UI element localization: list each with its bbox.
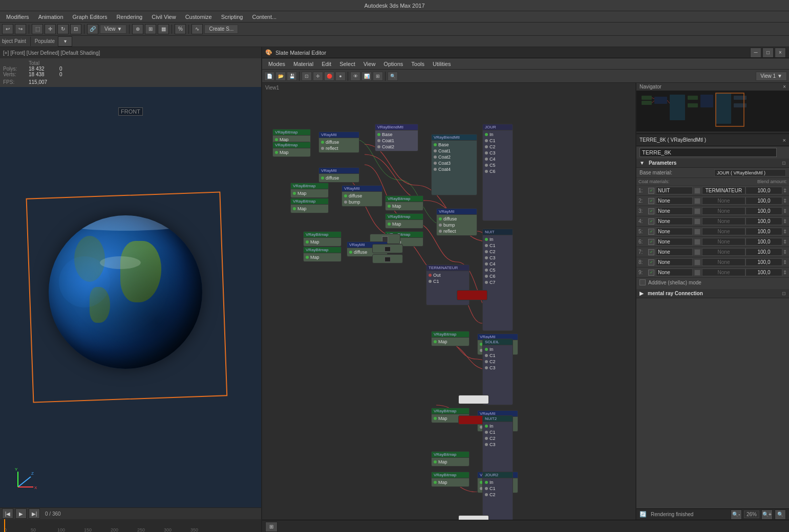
- redo-button[interactable]: ↪: [15, 24, 26, 34]
- coat-check-8[interactable]: ✓: [648, 259, 654, 265]
- menu-scripting[interactable]: Scripting: [217, 13, 247, 21]
- mat-name-input[interactable]: [639, 148, 777, 157]
- node-white-2[interactable]: [458, 515, 489, 520]
- menu-graph-editors[interactable]: Graph Editors: [69, 13, 112, 21]
- coat-blend-val-7[interactable]: 100,0: [745, 248, 782, 256]
- zoom-level-display[interactable]: 26%: [744, 511, 759, 518]
- navigator-close[interactable]: ×: [783, 84, 786, 90]
- move-button[interactable]: ✛: [45, 24, 56, 34]
- node-15[interactable]: VRayBitmap Map: [431, 331, 470, 346]
- zoom-in-btn[interactable]: 🔍+: [761, 509, 773, 520]
- coat-blend-val-2[interactable]: 100,0: [745, 197, 782, 205]
- coat-color-9[interactable]: [694, 270, 700, 276]
- coat-color-6[interactable]: [694, 239, 700, 245]
- coat-blend-mat-6[interactable]: None: [702, 238, 745, 246]
- node-6[interactable]: VRayBitmap Map: [290, 198, 329, 213]
- coat-mat-4[interactable]: None: [656, 217, 693, 225]
- coat-mat-5[interactable]: None: [656, 228, 693, 235]
- coat-mat-7[interactable]: None: [656, 248, 693, 256]
- node-final-1[interactable]: JOUR In C1 C2 C3 C4 C5 C6: [482, 124, 513, 221]
- coat-blend-mat-1[interactable]: TERMINATEUR: [702, 187, 745, 194]
- coat-blend-val-3[interactable]: 100,0: [745, 207, 782, 215]
- create-dropdown[interactable]: Create S...: [204, 25, 238, 34]
- percent-button[interactable]: %: [175, 24, 186, 34]
- coat-check-1[interactable]: ✓: [648, 188, 654, 194]
- sme-open-btn[interactable]: 📂: [275, 72, 286, 81]
- node-final-5[interactable]: JOUR2 In C1 C2: [482, 472, 513, 520]
- play-btn[interactable]: ▶: [15, 508, 27, 519]
- coat-blend-mat-2[interactable]: None: [702, 197, 745, 205]
- menu-customize[interactable]: Customize: [181, 13, 216, 21]
- coat-blend-mat-9[interactable]: None: [702, 269, 745, 276]
- view1-dropdown[interactable]: View 1 ▼: [756, 72, 787, 81]
- coat-blend-mat-4[interactable]: None: [702, 217, 745, 225]
- sme-new-btn[interactable]: 📄: [264, 72, 274, 81]
- menu-modifiers[interactable]: Modifiers: [2, 13, 33, 21]
- mental-ray-header[interactable]: ▶ mental ray Connection ⊡: [636, 289, 789, 298]
- sme-menu-material[interactable]: Material: [289, 60, 317, 68]
- view-dropdown[interactable]: View ▼: [100, 25, 126, 34]
- node-2[interactable]: VRayBitmap Map: [272, 142, 311, 157]
- node-small-1[interactable]: [372, 244, 403, 253]
- sme-menu-select[interactable]: Select: [335, 60, 359, 68]
- node-final-2[interactable]: NUIT In C1 C2 C3 C4 C5 C6 C7: [482, 229, 513, 331]
- node-4[interactable]: VRayMtl diffuse: [318, 167, 359, 183]
- coat-blend-mat-3[interactable]: None: [702, 207, 745, 215]
- curve-button[interactable]: ∿: [191, 24, 203, 34]
- coat-mat-3[interactable]: None: [656, 207, 693, 215]
- coat-color-1[interactable]: [694, 188, 700, 194]
- node-12[interactable]: VRayBitmap Map: [303, 231, 342, 247]
- base-mat-value[interactable]: JOUR ( VRayBlendMtl ): [714, 169, 786, 176]
- coat-check-3[interactable]: ✓: [648, 208, 654, 214]
- sme-view-select[interactable]: View 1 ▼: [756, 72, 787, 81]
- sme-menu-utilities[interactable]: Utilities: [429, 60, 455, 68]
- coat-color-4[interactable]: [694, 218, 700, 225]
- coat-mat-8[interactable]: None: [656, 258, 693, 266]
- coat-color-2[interactable]: [694, 198, 700, 204]
- sme-menu-edit[interactable]: Edit: [317, 60, 335, 68]
- coat-blend-mat-7[interactable]: None: [702, 248, 745, 256]
- sme-menu-tools[interactable]: Tools: [407, 60, 429, 68]
- sme-menu-view[interactable]: View: [359, 60, 380, 68]
- next-frame-btn[interactable]: ▶|: [29, 508, 40, 519]
- sme-menu-modes[interactable]: Modes: [264, 60, 289, 68]
- undo-button[interactable]: ↩: [2, 24, 13, 34]
- coat-mat-1[interactable]: NUIT: [656, 187, 693, 194]
- coat-check-6[interactable]: ✓: [648, 239, 654, 245]
- coat-color-3[interactable]: [694, 208, 700, 214]
- node-5[interactable]: VRayBitmap Map: [290, 183, 329, 198]
- timeline-ruler[interactable]: 0 50 100 150 200 250 300 350: [0, 519, 261, 532]
- zoom-out-btn[interactable]: 🔍-: [731, 509, 742, 520]
- menu-content[interactable]: Content...: [248, 13, 281, 21]
- sme-zoom-btn[interactable]: 🔍: [388, 72, 398, 81]
- menu-animation[interactable]: Animation: [34, 13, 68, 21]
- sme-menu-options[interactable]: Options: [379, 60, 407, 68]
- node-11[interactable]: VRayMtl diffuse bump reflect: [436, 208, 477, 236]
- viewport-3d[interactable]: FRONT Z X Y: [0, 87, 261, 507]
- coat-mat-2[interactable]: None: [656, 197, 693, 205]
- coat-check-5[interactable]: ✓: [648, 229, 654, 235]
- node-9[interactable]: VRayBitmap Map: [385, 213, 423, 229]
- coat-blend-val-5[interactable]: 100,0: [745, 228, 782, 235]
- node-big-1[interactable]: VRayBlendMtl Base Coat1 Coat2 Coat3 Coat…: [431, 134, 477, 195]
- nav-content[interactable]: [636, 91, 789, 131]
- search-btn[interactable]: 🔍: [775, 509, 786, 520]
- additive-checkbox[interactable]: [639, 279, 646, 285]
- sme-sphere-btn[interactable]: ●: [335, 72, 346, 81]
- prev-frame-btn[interactable]: |◀: [2, 508, 13, 519]
- sme-show-btn[interactable]: 📊: [361, 72, 372, 81]
- rotate-button[interactable]: ↻: [57, 24, 69, 34]
- node-small-2[interactable]: [372, 254, 403, 263]
- sme-hide-btn[interactable]: 👁: [350, 72, 360, 81]
- sme-bottom-btn[interactable]: ⊞: [265, 522, 278, 532]
- node-7[interactable]: VRayMtl diffuse bump: [342, 185, 382, 207]
- sme-layout-btn[interactable]: ⊞: [373, 72, 383, 81]
- coat-check-9[interactable]: ✓: [648, 270, 654, 276]
- playhead[interactable]: [4, 519, 5, 532]
- menu-rendering[interactable]: Rendering: [112, 13, 146, 21]
- scale-button[interactable]: ⊡: [70, 24, 81, 34]
- mat-close-btn[interactable]: ×: [783, 137, 786, 143]
- coat-mat-9[interactable]: None: [656, 269, 693, 276]
- node-8[interactable]: VRayBitmap Map: [385, 195, 423, 211]
- sme-render-btn[interactable]: 🔴: [324, 72, 334, 81]
